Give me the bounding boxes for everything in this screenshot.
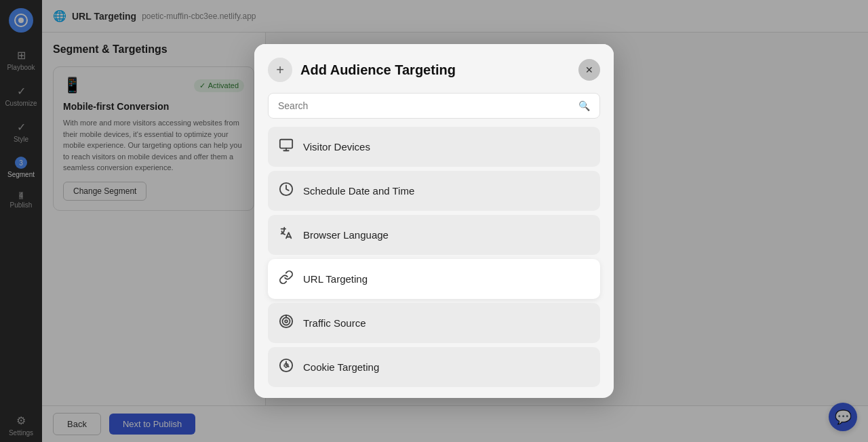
modal-overlay[interactable]: + Add Audience Targeting ✕ 🔍 (0, 0, 868, 442)
svg-point-8 (285, 320, 288, 323)
cookie-targeting-label: Cookie Targeting (303, 361, 379, 373)
modal-item-schedule[interactable]: Schedule Date and Time (268, 171, 600, 211)
radar-icon (279, 314, 294, 332)
schedule-label: Schedule Date and Time (303, 185, 414, 197)
modal-header: + Add Audience Targeting ✕ (254, 44, 614, 93)
translate-icon (279, 226, 294, 244)
modal-items-list: Visitor Devices Schedule Date and Time (254, 127, 614, 398)
monitor-icon (279, 138, 294, 156)
svg-rect-2 (280, 140, 292, 148)
browser-language-label: Browser Language (303, 229, 389, 241)
search-icon: 🔍 (578, 100, 590, 111)
close-icon: ✕ (585, 64, 593, 75)
modal-search-bar[interactable]: 🔍 (268, 93, 600, 119)
modal-item-visitor-devices[interactable]: Visitor Devices (268, 127, 600, 167)
link-icon (279, 270, 294, 288)
modal-item-traffic-source[interactable]: Traffic Source (268, 303, 600, 343)
cookie-icon (279, 358, 294, 376)
modal-item-browser-language[interactable]: Browser Language (268, 215, 600, 255)
visitor-devices-label: Visitor Devices (303, 141, 370, 153)
modal-title: Add Audience Targeting (300, 62, 570, 78)
modal-item-cookie-targeting[interactable]: Cookie Targeting (268, 347, 600, 387)
modal-plus-icon: + (268, 58, 292, 82)
clock-icon (279, 182, 294, 200)
url-targeting-label: URL Targeting (303, 273, 368, 285)
plus-symbol: + (276, 62, 284, 78)
modal-item-url-targeting[interactable]: URL Targeting (268, 259, 600, 299)
traffic-source-label: Traffic Source (303, 317, 366, 329)
search-input[interactable] (278, 100, 573, 111)
modal-close-button[interactable]: ✕ (578, 59, 600, 81)
svg-point-7 (283, 318, 290, 325)
add-audience-targeting-modal: + Add Audience Targeting ✕ 🔍 (254, 44, 614, 398)
